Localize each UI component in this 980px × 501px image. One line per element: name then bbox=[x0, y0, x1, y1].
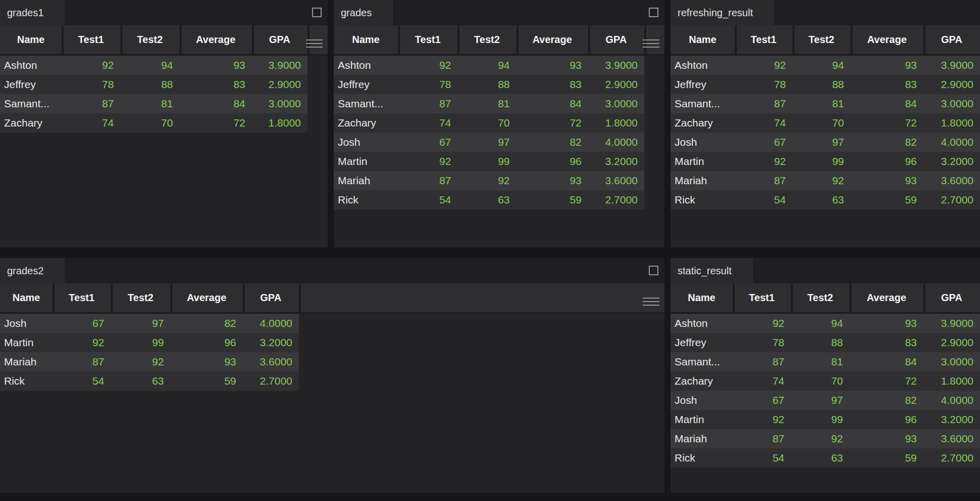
cell-gpa: 3.9000 bbox=[252, 56, 307, 75]
cell-test2: 81 bbox=[458, 94, 516, 113]
cell-gpa: 1.8000 bbox=[252, 113, 307, 133]
table-row[interactable]: Ashton9294933.9000 bbox=[671, 314, 980, 333]
table-row[interactable]: Mariah8792933.6000 bbox=[0, 352, 299, 371]
table-row[interactable]: Martin9299963.2000 bbox=[671, 152, 980, 171]
table-row[interactable]: Josh6797824.0000 bbox=[0, 314, 299, 333]
table-row[interactable]: Josh6797824.0000 bbox=[334, 133, 644, 152]
table-row[interactable]: Samant...8781843.0000 bbox=[671, 352, 980, 371]
column-header-average[interactable]: Average bbox=[850, 283, 923, 312]
column-header-average[interactable]: Average bbox=[170, 283, 243, 312]
tab-bar: grades2 bbox=[0, 258, 664, 283]
column-header-gpa[interactable]: GPA bbox=[243, 283, 299, 312]
table-row[interactable]: Zachary7470721.8000 bbox=[671, 113, 980, 133]
cell-test2: 70 bbox=[792, 113, 851, 133]
cell-average: 72 bbox=[180, 113, 252, 133]
table-row[interactable]: Samant...8781843.0000 bbox=[334, 94, 644, 113]
column-header-gpa[interactable]: GPA bbox=[252, 25, 307, 54]
column-header-test1[interactable]: Test1 bbox=[398, 25, 458, 54]
table-row[interactable]: Jeffrey7888832.9000 bbox=[334, 75, 644, 94]
table-row[interactable]: Mariah8792933.6000 bbox=[671, 171, 980, 190]
menu-icon[interactable] bbox=[306, 39, 323, 48]
table-row[interactable]: Mariah8792933.6000 bbox=[671, 429, 980, 448]
table-body: Ashton9294933.9000Jeffrey7888832.9000Sam… bbox=[671, 56, 980, 210]
cell-test1: 92 bbox=[53, 333, 111, 352]
column-header-test2[interactable]: Test2 bbox=[111, 283, 170, 312]
table-row[interactable]: Jeffrey7888832.9000 bbox=[0, 75, 307, 94]
menu-icon[interactable] bbox=[643, 298, 659, 306]
table-row[interactable]: Zachary7470721.8000 bbox=[671, 371, 980, 391]
table-row[interactable]: Martin9299963.2000 bbox=[671, 410, 980, 429]
table-row[interactable]: Zachary7470721.8000 bbox=[0, 113, 307, 133]
maximize-icon[interactable] bbox=[312, 8, 322, 17]
column-header-gpa[interactable]: GPA bbox=[923, 283, 980, 312]
tab-refreshing-result[interactable]: refreshing_result bbox=[671, 0, 774, 25]
cell-name: Josh bbox=[0, 314, 53, 333]
cell-gpa: 2.7000 bbox=[243, 371, 299, 391]
column-header-name[interactable]: Name bbox=[671, 25, 735, 54]
table-row[interactable]: Ashton9294933.9000 bbox=[671, 56, 980, 75]
column-header-test2[interactable]: Test2 bbox=[458, 25, 516, 54]
table-row[interactable]: Rick5463592.7000 bbox=[671, 190, 980, 210]
column-header-name[interactable]: Name bbox=[671, 283, 733, 312]
column-header-row: NameTest1Test2AverageGPA bbox=[671, 283, 980, 314]
tab-grades2[interactable]: grades2 bbox=[0, 258, 65, 283]
maximize-icon[interactable] bbox=[649, 8, 658, 17]
table-row[interactable]: Zachary7470721.8000 bbox=[334, 113, 644, 133]
cell-average: 72 bbox=[851, 113, 923, 133]
cell-name: Josh bbox=[671, 133, 735, 152]
table-row[interactable]: Ashton9294933.9000 bbox=[334, 56, 644, 75]
column-header-gpa[interactable]: GPA bbox=[588, 25, 644, 54]
table-body: Ashton9294933.9000Jeffrey7888832.9000Sam… bbox=[671, 314, 980, 468]
column-header-name[interactable]: Name bbox=[0, 25, 62, 54]
table-row[interactable]: Rick5463592.7000 bbox=[0, 371, 299, 391]
table-row[interactable]: Rick5463592.7000 bbox=[334, 190, 644, 210]
column-header-average[interactable]: Average bbox=[851, 25, 923, 54]
cell-average: 93 bbox=[516, 56, 588, 75]
cell-test1: 54 bbox=[733, 448, 791, 468]
cell-test2: 70 bbox=[458, 113, 516, 133]
cell-test1: 67 bbox=[53, 314, 111, 333]
table-row[interactable]: Josh6797824.0000 bbox=[671, 391, 980, 410]
table-row[interactable]: Samant...8781843.0000 bbox=[0, 94, 307, 113]
table-row[interactable]: Jeffrey7888832.9000 bbox=[671, 75, 980, 94]
table-row[interactable]: Martin9299963.2000 bbox=[334, 152, 644, 171]
cell-gpa: 2.7000 bbox=[923, 448, 980, 468]
tab-grades[interactable]: grades bbox=[334, 0, 393, 25]
cell-gpa: 1.8000 bbox=[588, 113, 644, 133]
cell-average: 84 bbox=[516, 94, 588, 113]
column-header-test1[interactable]: Test1 bbox=[733, 283, 791, 312]
column-header-test1[interactable]: Test1 bbox=[53, 283, 111, 312]
cell-name: Zachary bbox=[671, 113, 735, 133]
table-row[interactable]: Martin9299963.2000 bbox=[0, 333, 299, 352]
cell-gpa: 3.6000 bbox=[923, 171, 980, 190]
cell-average: 83 bbox=[850, 333, 923, 352]
cell-average: 83 bbox=[180, 75, 252, 94]
column-header-test2[interactable]: Test2 bbox=[120, 25, 180, 54]
tab-grades1[interactable]: grades1 bbox=[0, 0, 65, 25]
table-row[interactable]: Mariah8792933.6000 bbox=[334, 171, 644, 190]
tab-static-result[interactable]: static_result bbox=[671, 258, 753, 283]
column-header-name[interactable]: Name bbox=[0, 283, 53, 312]
table-row[interactable]: Rick5463592.7000 bbox=[671, 448, 980, 468]
cell-test1: 92 bbox=[398, 56, 458, 75]
menu-icon[interactable] bbox=[643, 39, 659, 48]
cell-average: 82 bbox=[516, 133, 588, 152]
column-header-name[interactable]: Name bbox=[334, 25, 398, 54]
column-header-test1[interactable]: Test1 bbox=[735, 25, 792, 54]
table-row[interactable]: Samant...8781843.0000 bbox=[671, 94, 980, 113]
cell-average: 84 bbox=[850, 352, 923, 371]
table-row[interactable]: Josh6797824.0000 bbox=[671, 133, 980, 152]
column-header-test1[interactable]: Test1 bbox=[62, 25, 120, 54]
cell-test1: 87 bbox=[735, 94, 792, 113]
cell-name: Ashton bbox=[671, 56, 735, 75]
column-header-gpa[interactable]: GPA bbox=[923, 25, 980, 54]
column-header-average[interactable]: Average bbox=[516, 25, 588, 54]
maximize-icon[interactable] bbox=[649, 266, 658, 275]
column-header-average[interactable]: Average bbox=[180, 25, 252, 54]
column-header-test2[interactable]: Test2 bbox=[792, 25, 851, 54]
cell-average: 96 bbox=[170, 333, 243, 352]
table-row[interactable]: Jeffrey7888832.9000 bbox=[671, 333, 980, 352]
column-header-test2[interactable]: Test2 bbox=[791, 283, 850, 312]
table-row[interactable]: Ashton9294933.9000 bbox=[0, 56, 307, 75]
cell-gpa: 1.8000 bbox=[923, 371, 980, 391]
